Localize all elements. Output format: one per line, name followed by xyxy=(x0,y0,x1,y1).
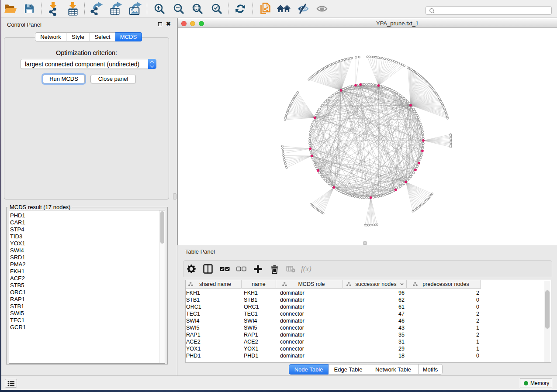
svg-text:f(x): f(x) xyxy=(301,265,311,273)
